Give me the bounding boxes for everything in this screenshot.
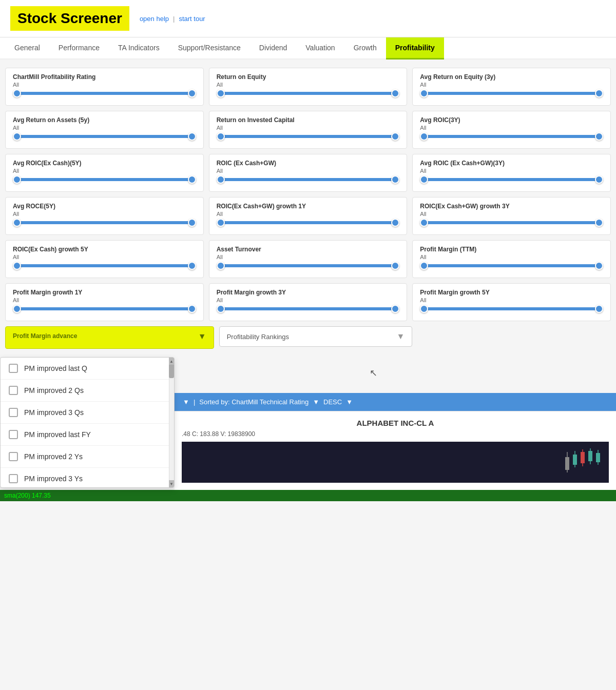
filter-avg-roa-5y-label: Avg Return on Assets (5y) [13,116,196,124]
nav-dividend[interactable]: Dividend [250,37,296,60]
filter-profit-margin-growth-5y-label: Profit Margin growth 5Y [420,289,603,296]
slider-track[interactable] [13,221,196,224]
scroll-up-arrow[interactable]: ▲ [169,358,174,365]
filter-avg-roic-ex-cash-5y[interactable]: Avg ROIC(Ex Cash)(5Y) All [5,154,204,192]
slider-track[interactable] [217,221,400,224]
filter-profit-margin-ttm[interactable]: Profit Margin (TTM) All [412,240,611,278]
filter-avg-roe-3y-value: All [420,82,603,88]
slider-track[interactable] [420,92,603,95]
header-links: open help | start tour [140,15,205,23]
start-tour-link[interactable]: start tour [179,15,205,23]
slider-track[interactable] [13,92,196,95]
filter-profit-margin-ttm-value: All [420,254,603,260]
profitability-rankings-dropdown[interactable]: Profitability Rankings ▼ [219,326,413,347]
filter-roic-ex-cash-gw-value: All [217,168,400,174]
bottom-ticker: sma(200) 147.35 [0,490,616,501]
filter-roic-ex-cash-gw-3y[interactable]: ROIC(Ex Cash+GW) growth 3Y All [412,197,611,235]
dropdown-popup-container: ▲ ▼ PM improved last Q PM improved 2 Qs … [0,357,175,490]
slider-track[interactable] [13,264,196,267]
slider-track[interactable] [217,135,400,138]
dropdown-item-pm-last-fy[interactable]: PM improved last FY [1,424,174,446]
filter-profit-margin-growth-3y[interactable]: Profit Margin growth 3Y All [209,283,408,321]
filter-roic[interactable]: Return on Invested Capital All [209,111,408,149]
stock-price: .48 C: 183.88 V: 19838900 [182,430,609,438]
nav-valuation[interactable]: Valuation [296,37,344,60]
dropdown-item-pm-2qs[interactable]: PM improved 2 Qs [1,380,174,402]
slider-track[interactable] [420,264,603,267]
dropdown-popup: ▲ ▼ PM improved last Q PM improved 2 Qs … [0,357,175,488]
checkbox-pm-2ys[interactable] [9,452,18,461]
slider-track[interactable] [13,307,196,310]
mouse-cursor: ↖ [370,367,377,379]
dropdown-item-pm-3ys-label: PM improved 3 Ys [24,475,83,483]
checkbox-pm-last-q[interactable] [9,364,18,373]
checkbox-pm-3qs[interactable] [9,408,18,417]
filter-asset-turnover[interactable]: Asset Turnover All [209,240,408,278]
nav-performance[interactable]: Performance [49,37,109,60]
filter-roic-ex-cash-gw-1y[interactable]: ROIC(Ex Cash+GW) growth 1Y All [209,197,408,235]
filter-profit-margin-growth-3y-label: Profit Margin growth 3Y [217,289,400,296]
filter-roic-label: Return on Invested Capital [217,116,400,124]
stock-chart [182,442,609,483]
scrollbar-track[interactable]: ▲ ▼ [169,358,174,487]
nav-bar: General Performance TA Indicators Suppor… [0,37,616,60]
slider-track[interactable] [13,135,196,138]
filter-avg-roic-ex-cash-gw-3y-value: All [420,168,603,174]
filter-roic-ex-cash-gw[interactable]: ROIC (Ex Cash+GW) All [209,154,408,192]
filters-area: ChartMill Profitability Rating All Retur… [0,60,616,357]
filter-roic-ex-cash-gw-1y-value: All [217,211,400,217]
slider-track[interactable] [420,307,603,310]
filter-avg-roe-3y[interactable]: Avg Return on Equity (3y) All [412,68,611,106]
cursor-area: ↖ [175,357,616,388]
candlestick-chart [563,447,604,478]
slider-track[interactable] [420,221,603,224]
filter-roic-ex-cash-5y[interactable]: ROIC(Ex Cash) growth 5Y All [5,240,204,278]
filter-avg-roce-5y[interactable]: Avg ROCE(5Y) All [5,197,204,235]
slider-track[interactable] [217,92,400,95]
filter-profit-margin-growth-5y-value: All [420,297,603,303]
slider-track[interactable] [13,178,196,181]
rankings-dropdown-label: Profitability Rankings [227,333,289,341]
checkbox-pm-2qs[interactable] [9,386,18,395]
bottom-filters-row: Profit Margin advance ▼ Profitability Ra… [5,326,611,349]
filter-profit-margin-growth-1y[interactable]: Profit Margin growth 1Y All [5,283,204,321]
dropdown-item-pm-3qs[interactable]: PM improved 3 Qs [1,402,174,424]
filter-return-equity[interactable]: Return on Equity All [209,68,408,106]
filter-avg-roic-ex-cash-5y-value: All [13,168,196,174]
nav-profitability[interactable]: Profitability [386,37,444,60]
filter-profit-margin-growth-5y[interactable]: Profit Margin growth 5Y All [412,283,611,321]
checkbox-pm-3ys[interactable] [9,474,18,483]
filter-roic-value: All [217,125,400,131]
filter-avg-roa-5y[interactable]: Avg Return on Assets (5y) All [5,111,204,149]
filter-avg-roic-ex-cash-gw-3y-label: Avg ROIC (Ex Cash+GW)(3Y) [420,160,603,167]
filter-profit-margin-advance[interactable]: Profit Margin advance ▼ [5,326,214,349]
results-bar-pipe: | [194,398,195,406]
checkbox-pm-last-fy[interactable] [9,430,18,439]
bottom-section: ▲ ▼ PM improved last Q PM improved 2 Qs … [0,357,616,490]
nav-general[interactable]: General [5,37,49,60]
dropdown-item-pm-3ys[interactable]: PM improved 3 Ys [1,468,174,487]
nav-ta-indicators[interactable]: TA Indicators [109,37,169,60]
open-help-link[interactable]: open help [140,15,169,23]
slider-track[interactable] [217,178,400,181]
scroll-down-arrow[interactable]: ▼ [169,480,174,487]
filter-chartmill-rating[interactable]: ChartMill Profitability Rating All [5,68,204,106]
profit-margin-advance-label: Profit Margin advance [13,332,77,340]
dropdown-item-pm-2ys[interactable]: PM improved 2 Ys [1,446,174,468]
filter-asset-turnover-label: Asset Turnover [217,246,400,253]
slider-track[interactable] [217,307,400,310]
nav-support-resistance[interactable]: Support/Resistance [169,37,250,60]
results-bar-arrow: ▼ [183,398,189,406]
filters-grid: ChartMill Profitability Rating All Retur… [5,68,611,321]
stock-result-area: ALPHABET INC-CL A .48 C: 183.88 V: 19838… [175,411,616,490]
app-title: Stock Screener [10,6,129,31]
dropdown-item-pm-last-q[interactable]: PM improved last Q [1,358,174,380]
slider-track[interactable] [420,178,603,181]
filter-avg-roic-ex-cash-gw-3y[interactable]: Avg ROIC (Ex Cash+GW)(3Y) All [412,154,611,192]
filter-profit-margin-growth-1y-value: All [13,297,196,303]
filter-avg-roic-3y-label: Avg ROIC(3Y) [420,116,603,124]
filter-avg-roic-3y[interactable]: Avg ROIC(3Y) All [412,111,611,149]
nav-growth[interactable]: Growth [344,37,386,60]
slider-track[interactable] [217,264,400,267]
slider-track[interactable] [420,135,603,138]
